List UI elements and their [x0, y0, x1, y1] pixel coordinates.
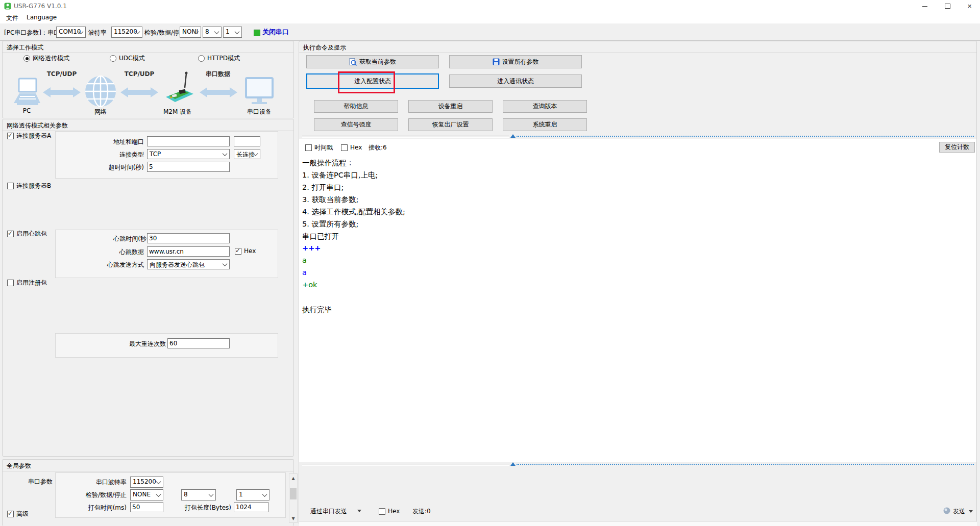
device-reboot-button[interactable]: 设备重启	[408, 100, 493, 113]
com-port-select[interactable]: COM10	[56, 27, 86, 38]
menu-file[interactable]: 文件	[6, 14, 18, 22]
scroll-up-icon[interactable]: ▲	[289, 474, 297, 482]
heartbeat-time-label: 心跳时间(秒	[77, 235, 146, 243]
global-stopbits-select[interactable]: 1	[236, 489, 270, 500]
receive-hex-label[interactable]: Hex	[350, 144, 362, 152]
radio-httpd-mode[interactable]	[198, 55, 205, 62]
menu-language[interactable]: Language	[27, 14, 57, 21]
receive-splitter[interactable]	[301, 134, 975, 139]
serial-device-monitor-icon	[244, 77, 274, 106]
chevron-down-icon	[223, 261, 228, 266]
close-port-button[interactable]: 关闭串口	[262, 28, 289, 36]
net-params-title: 网络透传模式相关参数	[7, 121, 68, 130]
server-b-label[interactable]: 连接服务器B	[16, 182, 51, 190]
network-globe-icon	[85, 76, 116, 107]
close-button[interactable]: ✕	[959, 0, 980, 12]
baud-select[interactable]: 115200	[111, 27, 142, 38]
radio-udc-label[interactable]: UDC模式	[119, 55, 144, 62]
server-a-checkbox[interactable]	[7, 133, 14, 139]
log-line: a	[302, 268, 307, 277]
register-label[interactable]: 启用注册包	[16, 279, 47, 287]
send-hex-checkbox[interactable]	[379, 508, 385, 515]
radio-net-transparent-label[interactable]: 网络透传模式	[33, 55, 69, 62]
radio-udc-mode[interactable]	[110, 55, 116, 62]
log-line: 执行完毕	[302, 305, 332, 315]
scroll-down-icon[interactable]: ▼	[289, 514, 297, 522]
heartbeat-data-input[interactable]	[147, 246, 230, 257]
diagram-serial-device-label: 串口设备	[244, 108, 274, 116]
chevron-down-icon	[223, 151, 228, 156]
chevron-down-icon[interactable]	[357, 510, 361, 512]
reset-count-button[interactable]: 复位计数	[939, 142, 975, 153]
conn-mode-select[interactable]: 长连接	[234, 149, 260, 159]
help-button[interactable]: 帮助信息	[314, 100, 398, 113]
log-line: 5. 设置所有参数;	[302, 219, 358, 229]
register-checkbox[interactable]	[7, 280, 14, 286]
search-doc-icon	[349, 58, 357, 66]
send-splitter[interactable]	[301, 462, 975, 467]
chevron-down-icon	[262, 492, 267, 497]
reconnect-input[interactable]	[167, 338, 230, 348]
receive-hex-checkbox[interactable]	[341, 144, 348, 151]
chevron-down-icon	[214, 29, 219, 34]
parity-select[interactable]: NONI	[180, 27, 201, 38]
left-panel-scrollbar[interactable]: ▲ ▼	[289, 473, 298, 523]
chevron-down-icon[interactable]	[969, 510, 973, 513]
conn-type-select[interactable]: TCP	[147, 149, 230, 159]
splitter-thumb-icon[interactable]	[510, 134, 516, 138]
log-line: 3. 获取当前参数;	[302, 195, 358, 205]
global-databits-select[interactable]: 8	[181, 489, 216, 500]
system-reboot-button[interactable]: 系统重启	[503, 118, 587, 131]
enter-comm-button[interactable]: 进入通讯状态	[449, 74, 582, 88]
global-parity-select[interactable]: NONE	[130, 489, 163, 500]
save-floppy-icon	[493, 58, 500, 65]
global-parity-label: 检验/数据/停止	[51, 491, 127, 499]
chevron-down-icon	[156, 492, 161, 497]
maximize-button[interactable]	[936, 0, 959, 12]
diagram-m2m-label: M2M 设备	[157, 108, 198, 116]
query-signal-button[interactable]: 查信号强度	[314, 118, 398, 131]
stopbits-select[interactable]: 1	[223, 27, 242, 38]
diagram-link1-label: TCP/UDP	[42, 70, 82, 78]
pack-time-input[interactable]	[130, 502, 163, 512]
set-params-button[interactable]: 设置所有参数	[449, 55, 582, 68]
global-baud-select[interactable]: 115200	[130, 477, 163, 488]
send-button[interactable]: 发送	[953, 508, 965, 515]
advanced-label[interactable]: 高级	[16, 510, 29, 518]
title-bar: USR-G776 V1.0.1 ✕	[0, 0, 980, 12]
timeout-label: 超时时间(秒)	[77, 164, 144, 171]
databits-select[interactable]: 8	[203, 27, 222, 38]
log-line: +++	[302, 244, 321, 252]
radio-net-transparent-mode[interactable]	[23, 55, 30, 62]
chevron-down-icon	[235, 29, 240, 34]
server-a-label[interactable]: 连接服务器A	[16, 132, 51, 140]
timestamp-checkbox[interactable]	[305, 144, 312, 151]
heartbeat-time-input[interactable]	[147, 233, 230, 243]
pack-len-input[interactable]	[234, 502, 268, 512]
timestamp-label[interactable]: 时间戳	[314, 144, 333, 152]
window-title: USR-G776 V1.0.1	[14, 3, 67, 10]
scrollbar-thumb[interactable]	[290, 488, 297, 499]
query-version-button[interactable]: 查询版本	[503, 100, 587, 113]
timeout-input[interactable]	[147, 162, 230, 172]
server-a-address-input[interactable]	[147, 136, 230, 146]
heartbeat-mode-select[interactable]: 向服务器发送心跳包	[147, 259, 230, 269]
server-b-checkbox[interactable]	[7, 183, 14, 189]
radio-httpd-label[interactable]: HTTPD模式	[207, 55, 240, 62]
log-line: 1. 设备连PC串口,上电;	[302, 170, 378, 180]
chevron-down-icon	[156, 479, 161, 484]
server-a-port-input[interactable]	[234, 136, 260, 146]
advanced-checkbox[interactable]	[7, 511, 14, 517]
minimize-button[interactable]	[913, 0, 936, 12]
send-via-serial-dropdown[interactable]: 通过串口发送	[310, 508, 347, 515]
splitter-thumb-icon[interactable]	[510, 462, 516, 466]
send-hex-label[interactable]: Hex	[388, 508, 400, 515]
bottom-strip	[299, 521, 977, 526]
heartbeat-hex-checkbox[interactable]	[235, 248, 241, 255]
get-params-button[interactable]: 获取当前参数	[306, 55, 439, 68]
factory-reset-button[interactable]: 恢复出厂设置	[408, 118, 493, 131]
log-line: +ok	[302, 281, 317, 289]
heartbeat-hex-label[interactable]: Hex	[244, 247, 256, 255]
heartbeat-checkbox[interactable]	[7, 231, 14, 237]
heartbeat-label[interactable]: 启用心跳包	[16, 230, 47, 238]
